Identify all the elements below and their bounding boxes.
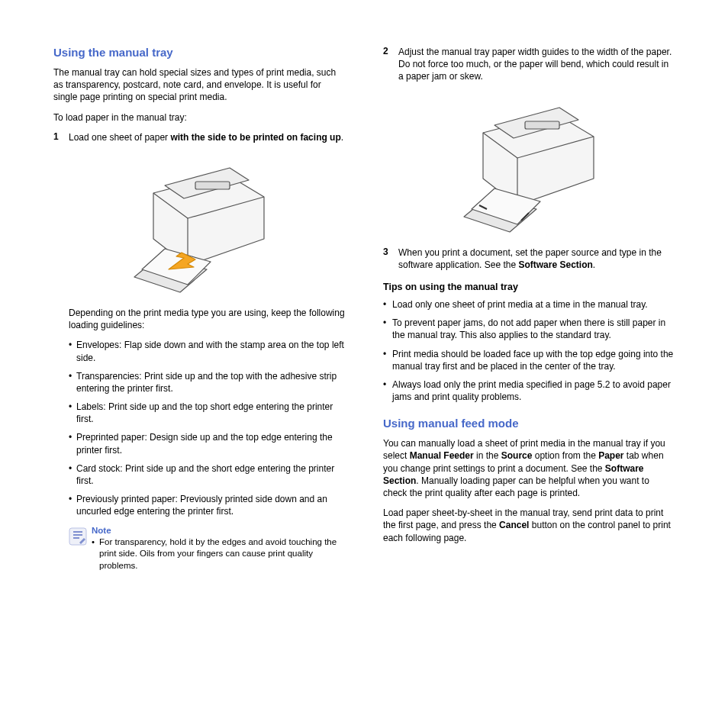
- list-item: Load only one sheet of print media at a …: [383, 298, 675, 311]
- step-number: 3: [383, 246, 398, 271]
- note-title: Note: [92, 526, 345, 535]
- step-2: 2 Adjust the manual tray paper width gui…: [383, 46, 675, 83]
- list-item: Preprinted paper: Design side up and the…: [69, 431, 345, 456]
- depend-paragraph: Depending on the print media type you ar…: [69, 307, 345, 331]
- step-text: When you print a document, set the paper…: [398, 246, 675, 271]
- step3-post: .: [593, 259, 595, 270]
- t: option from the: [532, 450, 598, 461]
- svg-rect-1: [69, 528, 86, 545]
- heading-manual-feed: Using manual feed mode: [383, 417, 675, 430]
- step1-post: .: [341, 132, 343, 143]
- two-column-layout: Using the manual tray The manual tray ca…: [53, 46, 675, 572]
- svg-rect-2: [525, 121, 559, 129]
- t: Manual Feeder: [410, 450, 474, 461]
- printer-illustration-1: [111, 151, 287, 296]
- note-text: For transparency, hold it by the edges a…: [92, 536, 345, 572]
- note-content: Note For transparency, hold it by the ed…: [92, 526, 345, 572]
- list-item: Labels: Print side up and the top short …: [69, 401, 345, 425]
- list-item: Transparencies: Print side up and the to…: [69, 370, 345, 395]
- step-number: 1: [53, 131, 69, 143]
- step1-bold: with the side to be printed on facing up: [170, 132, 340, 143]
- list-item: Card stock: Print side up and the short …: [69, 462, 345, 487]
- tips-list: Load only one sheet of print media at a …: [383, 298, 675, 403]
- note-body: For transparency, hold it by the edges a…: [92, 536, 345, 572]
- step-3: 3 When you print a document, set the pap…: [383, 246, 675, 271]
- tips-heading: Tips on using the manual tray: [383, 282, 675, 292]
- t: Paper: [598, 450, 623, 461]
- t: Cancel: [499, 520, 529, 530]
- list-item: Print media should be loaded face up wit…: [383, 348, 675, 372]
- list-item: Previously printed paper: Previously pri…: [69, 493, 345, 517]
- manual-feed-p1: You can manually load a sheet of print m…: [383, 437, 675, 499]
- guidelines-list: Envelopes: Flap side down and with the s…: [69, 339, 345, 517]
- step-text: Adjust the manual tray paper width guide…: [398, 46, 675, 83]
- t: in the: [474, 450, 501, 461]
- right-column: 2 Adjust the manual tray paper width gui…: [383, 46, 675, 572]
- step-1: 1 Load one sheet of paper with the side …: [53, 131, 345, 143]
- step1-pre: Load one sheet of paper: [69, 132, 170, 143]
- heading-manual-tray: Using the manual tray: [53, 46, 345, 59]
- intro-paragraph: The manual tray can hold special sizes a…: [53, 66, 345, 104]
- t: Source: [501, 450, 533, 461]
- left-column: Using the manual tray The manual tray ca…: [53, 46, 345, 572]
- step-number: 2: [383, 46, 398, 83]
- list-item: To prevent paper jams, do not add paper …: [383, 317, 675, 341]
- manual-feed-p2: Load paper sheet-by-sheet in the manual …: [383, 507, 675, 544]
- list-item: Envelopes: Flap side down and with the s…: [69, 339, 345, 363]
- svg-rect-0: [195, 182, 230, 189]
- note-icon: [69, 527, 87, 546]
- load-instruction: To load paper in the manual tray:: [53, 111, 345, 124]
- printer-illustration-2: [441, 91, 617, 236]
- step3-bold: Software Section: [518, 259, 592, 270]
- step-text: Load one sheet of paper with the side to…: [69, 131, 345, 143]
- note-block: Note For transparency, hold it by the ed…: [69, 526, 345, 572]
- list-item: Always load only the print media specifi…: [383, 378, 675, 403]
- t: . Manually loading paper can be helpful …: [383, 475, 649, 498]
